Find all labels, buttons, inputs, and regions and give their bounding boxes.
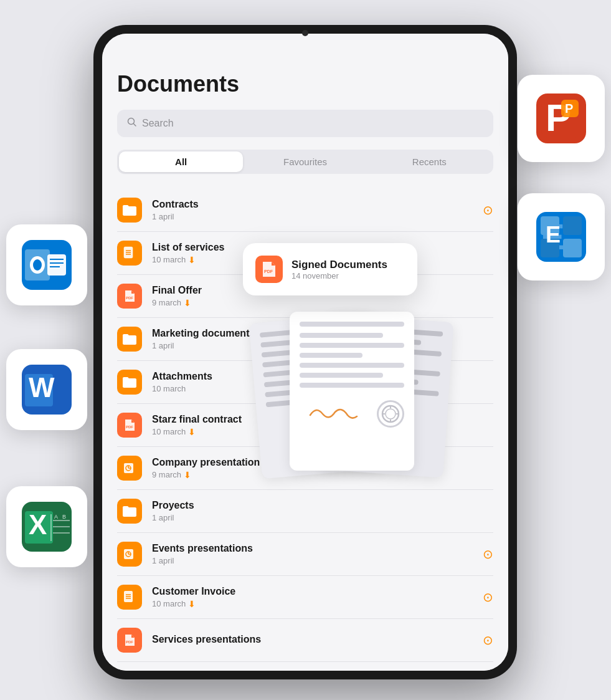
signed-card-name: Signed Documents xyxy=(291,259,387,271)
download-icon: ⬇ xyxy=(184,470,191,480)
doc-date: 1 april xyxy=(152,513,493,522)
tab-favourites[interactable]: Favourites xyxy=(243,151,367,172)
ppt-icon xyxy=(117,456,142,481)
documents-illustration xyxy=(243,305,480,505)
svg-text:PDF: PDF xyxy=(126,640,133,644)
list-item[interactable]: Customer Invoice 10 march ⬇ ⊙ xyxy=(117,576,493,619)
svg-line-1 xyxy=(134,124,136,127)
xls-icon xyxy=(117,241,142,266)
app-card-excel[interactable]: X A B xyxy=(6,486,87,567)
pdf-icon: PDF xyxy=(117,284,142,309)
signed-card-info: Signed Documents 14 november xyxy=(291,259,387,280)
doc-info: Contracts 1 april xyxy=(152,199,493,221)
download-icon: ⬇ xyxy=(184,298,191,308)
app-card-word[interactable]: W xyxy=(6,349,87,430)
doc-info: Services presentations xyxy=(152,634,493,647)
folder-icon xyxy=(117,499,142,524)
svg-text:P: P xyxy=(565,102,573,115)
download-icon: ⬇ xyxy=(188,599,196,609)
svg-rect-26 xyxy=(563,216,582,235)
search-icon xyxy=(127,117,137,130)
folder-icon xyxy=(117,198,142,223)
folder-icon xyxy=(117,370,142,395)
svg-rect-34 xyxy=(47,254,66,276)
svg-text:PDF: PDF xyxy=(264,269,273,274)
search-bar[interactable]: Search xyxy=(117,110,493,137)
svg-point-33 xyxy=(33,259,42,271)
doc-info: Customer Invoice 10 march ⬇ xyxy=(152,586,493,609)
list-item[interactable]: PDF Services presentations ⊙ xyxy=(117,619,493,662)
app-card-exchange[interactable]: E E xyxy=(518,193,605,280)
download-icon: ⬇ xyxy=(188,255,196,265)
ppt-icon xyxy=(117,542,142,567)
svg-text:B: B xyxy=(62,514,66,520)
page-title: Documents xyxy=(117,71,493,97)
svg-text:E: E xyxy=(546,222,561,247)
pdf-icon: PDF xyxy=(117,413,142,438)
chevron-down-icon: ⊙ xyxy=(483,590,493,605)
svg-text:PDF: PDF xyxy=(126,425,133,429)
xls-icon xyxy=(117,585,142,610)
tab-recents[interactable]: Recents xyxy=(367,151,491,172)
list-item[interactable]: Contracts 1 april ⊙ xyxy=(117,189,493,232)
svg-text:PDF: PDF xyxy=(126,296,133,300)
tablet-camera xyxy=(302,30,308,36)
svg-rect-28 xyxy=(563,239,582,257)
svg-point-52 xyxy=(386,409,395,419)
signed-card-pdf-icon: PDF xyxy=(255,256,283,283)
tab-all[interactable]: All xyxy=(119,151,243,172)
app-card-outlook[interactable] xyxy=(6,224,87,305)
doc-date: 1 april xyxy=(152,556,493,565)
download-icon: ⬇ xyxy=(188,427,196,437)
doc-name: Services presentations xyxy=(152,634,493,645)
signature-area xyxy=(300,400,404,428)
doc-name: Events presentations xyxy=(152,543,493,554)
chevron-down-icon: ⊙ xyxy=(483,547,493,562)
doc-sheet-front xyxy=(290,312,414,471)
chevron-down-icon: ⊙ xyxy=(483,633,493,648)
doc-date: 10 march ⬇ xyxy=(152,599,493,609)
doc-info: Events presentations 1 april xyxy=(152,543,493,565)
folder-icon xyxy=(117,327,142,352)
search-placeholder: Search xyxy=(142,118,174,129)
signed-documents-card[interactable]: PDF Signed Documents 14 november xyxy=(243,243,417,295)
svg-text:X: X xyxy=(29,509,47,540)
tabs-bar: All Favourites Recents xyxy=(117,150,493,174)
signed-card-date: 14 november xyxy=(291,271,387,280)
doc-date: 1 april xyxy=(152,212,493,221)
stamp-circle xyxy=(377,400,404,428)
doc-name: Contracts xyxy=(152,199,493,210)
chevron-down-icon: ⊙ xyxy=(483,203,493,218)
pdf-icon: PDF xyxy=(117,628,142,653)
doc-name: Customer Invoice xyxy=(152,586,493,597)
svg-text:A: A xyxy=(54,514,58,520)
svg-text:W: W xyxy=(29,372,55,403)
list-item[interactable]: Events presentations 1 april ⊙ xyxy=(117,533,493,576)
app-card-powerpoint[interactable]: P P xyxy=(518,75,605,162)
